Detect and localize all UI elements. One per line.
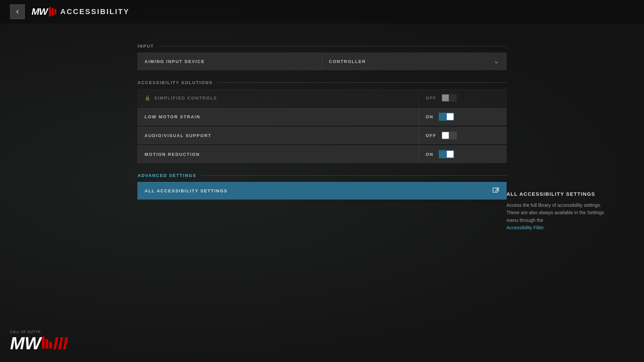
low-motor-strain-row[interactable]: LOW MOTOR STRAIN ON (138, 108, 506, 125)
aiming-input-device-row[interactable]: AIMING INPUT DEVICE CONTROLLER ⌄ (138, 53, 506, 70)
back-icon (14, 9, 20, 15)
simplified-controls-row: 🔒 SIMPLIFIED CONTROLS OFF (138, 89, 506, 107)
low-motor-strain-status: ON (426, 114, 434, 119)
mwiii-mw-text: MW (10, 335, 41, 352)
mw-logo: MW (32, 6, 56, 17)
motion-reduction-status: ON (426, 152, 434, 157)
toggle-knob (442, 132, 449, 139)
advanced-settings-header: ADVANCED SETTINGS (138, 173, 506, 178)
simplified-controls-toggle (441, 94, 457, 102)
mwiii-bars (42, 337, 52, 350)
mw-bar-1 (49, 7, 51, 16)
audio-visual-support-status: OFF (426, 133, 436, 138)
input-section: INPUT AIMING INPUT DEVICE CONTROLLER ⌄ (138, 44, 506, 70)
info-panel-body: Access the full library of accessibility… (506, 201, 610, 232)
input-section-header: INPUT (138, 44, 506, 49)
mwiii-logo: MW III (10, 335, 68, 352)
aiming-input-device-current: CONTROLLER (329, 59, 366, 64)
motion-reduction-value[interactable]: ON (419, 150, 506, 158)
audio-visual-support-toggle[interactable] (441, 131, 457, 139)
simplified-controls-value: OFF (419, 94, 506, 102)
mwiii-bar-2 (46, 339, 48, 349)
input-section-line (159, 46, 506, 46)
back-button[interactable] (10, 4, 25, 19)
accessibility-filter-link[interactable]: Accessibility Filter (506, 225, 543, 230)
simplified-controls-label: 🔒 SIMPLIFIED CONTROLS (138, 95, 419, 101)
bottom-logo: CALL OF DUTY® MW III (10, 330, 68, 352)
input-section-label: INPUT (138, 44, 154, 49)
info-panel-suffix: . (543, 225, 545, 230)
aiming-input-device-value[interactable]: CONTROLLER ⌄ (322, 58, 506, 65)
page-title: ACCESSIBILITY (60, 7, 129, 16)
external-link-icon (419, 187, 506, 194)
audio-visual-support-value[interactable]: OFF (419, 131, 506, 139)
mw-logo-text: MW (32, 6, 48, 17)
low-motor-strain-label: LOW MOTOR STRAIN (138, 114, 419, 119)
info-panel-title: ALL ACCESSIBILITY SETTINGS (506, 191, 610, 197)
accessibility-solutions-header: ACCESSIBILITY SOLUTIONS (138, 80, 506, 85)
motion-reduction-row[interactable]: MOTION REDUCTION ON (138, 145, 506, 163)
audio-visual-support-row[interactable]: AUDIO/VISUAL SUPPORT OFF (138, 127, 506, 144)
all-accessibility-settings-row[interactable]: ALL ACCESSIBILITY SETTINGS (138, 182, 506, 199)
accessibility-solutions-line (218, 82, 506, 83)
accessibility-solutions-section: ACCESSIBILITY SOLUTIONS 🔒 SIMPLIFIED CON… (138, 80, 506, 163)
mw-bar-3 (54, 9, 56, 14)
advanced-settings-line (201, 175, 506, 176)
mwiii-iii-text: III (53, 335, 67, 352)
advanced-settings-label: ADVANCED SETTINGS (138, 173, 196, 178)
low-motor-strain-value[interactable]: ON (419, 113, 506, 121)
mwiii-bar-1 (42, 337, 45, 349)
aiming-input-device-label: AIMING INPUT DEVICE (138, 59, 322, 64)
toggle-knob (447, 113, 453, 120)
info-panel-body-text: Access the full library of accessibility… (506, 202, 604, 223)
info-panel: ALL ACCESSIBILITY SETTINGS Access the fu… (506, 191, 610, 232)
logo-area: MW ACCESSIBILITY (32, 6, 129, 17)
toggle-knob (447, 151, 453, 158)
accessibility-solutions-label: ACCESSIBILITY SOLUTIONS (138, 80, 213, 85)
mwiii-bar-3 (49, 342, 52, 349)
lock-icon: 🔒 (145, 95, 151, 101)
all-accessibility-settings-label: ALL ACCESSIBILITY SETTINGS (138, 188, 419, 193)
toggle-knob (442, 95, 449, 101)
audio-visual-support-label: AUDIO/VISUAL SUPPORT (138, 133, 419, 138)
chevron-down-icon: ⌄ (494, 58, 499, 65)
motion-reduction-toggle[interactable] (439, 150, 454, 158)
low-motor-strain-toggle[interactable] (439, 113, 454, 121)
simplified-controls-status: OFF (426, 96, 436, 101)
motion-reduction-label: MOTION REDUCTION (138, 152, 419, 157)
advanced-settings-section: ADVANCED SETTINGS ALL ACCESSIBILITY SETT… (138, 173, 506, 199)
mw-logo-bars (49, 7, 56, 16)
mw-bar-2 (52, 8, 54, 15)
header: MW ACCESSIBILITY (0, 0, 644, 23)
